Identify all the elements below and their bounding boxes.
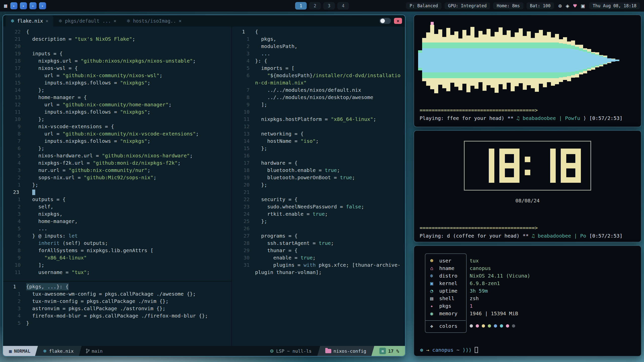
code-line[interactable]: 5 ... [3,225,231,232]
code-line[interactable]: 14 }; [3,86,231,94]
code-line[interactable]: 3 ... [232,50,405,57]
code-line[interactable]: 6 } @ inputs: let [3,232,231,240]
code-line[interactable]: 22 security = { [232,196,405,203]
code-line[interactable]: 27 programs = { [232,232,405,240]
code-line[interactable]: 1 outputs = { [3,196,231,203]
neovim-window[interactable]: ❄flake.nix×❄pkgs/default ...×❄hosts/isoI… [3,15,406,356]
app-icon[interactable]: ✦ [20,2,27,9]
launcher-icon[interactable]: ▦ [4,3,7,9]
code-line[interactable]: 21 description = "tux's NixOS Flake"; [3,35,231,43]
code-line[interactable]: 2 self, [3,203,231,210]
tab-hosts-isoimag-[interactable]: ❄hosts/isoImag..× [122,15,187,27]
code-line[interactable]: 11 nixpkgs.hostPlatform = "x86_64-linux"… [232,116,405,123]
code-line[interactable]: 24 rtkit.enable = true; [232,210,405,218]
fetch-terminal-window[interactable]: ☻usertux⌂hnamecanopus❄distroNixOS 24.11 … [414,245,641,356]
code-line[interactable]: 8 url = "github:nix-community/nix-vscode… [3,130,231,138]
code-line[interactable]: 20 }; [232,181,405,189]
code-line[interactable]: 20 [3,43,231,50]
code-line[interactable]: 4 home-manager, [3,218,231,225]
window-close-button[interactable]: × [394,18,402,24]
code-line[interactable]: 9 nix-vscode-extensions = { [3,123,231,130]
heart-icon[interactable]: ♥ [572,3,578,9]
code-line[interactable]: plugin thunar-volman]; [232,269,405,276]
code-line[interactable]: 19 inputs = { [3,50,231,57]
code-line[interactable]: 17 hardware = { [232,159,405,167]
code-line[interactable]: 21 [232,189,405,196]
code-line[interactable]: 30 enable = true; [232,254,405,261]
tag-button-2[interactable]: 2 [309,2,321,10]
code-line[interactable]: 6 "${modulesPath}/installer/cd-dvd/insta… [232,72,405,79]
tab-pkgs-default-[interactable]: ❄pkgs/default ...× [53,15,121,27]
pane-pkgs-default-nix[interactable]: 1{pkgs, ...}: {1 tux-awesome-wm-config =… [3,282,231,346]
code-line[interactable]: 16 url = "github:nix-community/nixos-wsl… [3,72,231,79]
code-line[interactable]: 11 inputs.nixpkgs.follows = "nixpkgs"; [3,108,231,116]
code-line[interactable]: 3 astronvim = pkgs.callPackage ./astronv… [3,305,231,312]
app-icon[interactable]: ✦ [39,2,46,9]
code-line[interactable]: 23 sudo.wheelNeedsPassword = false; [232,203,405,210]
code-line[interactable]: 1 pkgs, [232,35,405,43]
tag-button-1[interactable]: 1 [295,2,307,10]
code-line[interactable]: 16 [232,152,405,159]
code-line[interactable]: 2 sops-nix.url = "github:Mic92/sops-nix"… [3,174,231,181]
code-line[interactable]: 4}: { [232,57,405,65]
toggle-switch[interactable] [379,18,391,24]
code-line[interactable]: 25 }; [232,218,405,225]
pane-flake-nix[interactable]: 22{21 description = "tux's NixOS Flake";… [3,27,231,281]
tag-button-3[interactable]: 3 [323,2,335,10]
code-line[interactable]: 5 imports = [ [232,65,405,72]
code-line[interactable]: 17 nixos-wsl = { [3,65,231,72]
code-line[interactable]: 9 ]; [232,101,405,108]
code-line[interactable]: 10 [232,108,405,116]
tab-flake-nix[interactable]: ❄flake.nix× [6,15,53,27]
tab-close-icon[interactable]: × [113,18,116,24]
code-line[interactable]: 5} [3,320,231,327]
tag-button-4[interactable]: 4 [337,2,349,10]
code-line[interactable]: 28 ssh.startAgent = true; [232,240,405,247]
code-line[interactable]: 22{ [3,28,231,35]
app-icon[interactable]: ✦ [10,2,17,9]
code-line[interactable]: 10 }; [3,116,231,123]
code-line[interactable]: 1 }; [3,181,231,189]
tab-close-icon[interactable]: × [46,18,48,24]
code-line[interactable]: 13 home-manager = { [3,94,231,101]
shield-icon[interactable]: ◈ [565,3,570,9]
code-line[interactable]: 7 ../../modules/nixos/default.nix [232,86,405,94]
code-line[interactable]: 1 tux-awesome-wm-config = pkgs.callPacka… [3,290,231,298]
code-line[interactable]: 19 bluetooth.powerOnBoot = true; [232,174,405,181]
code-line[interactable]: 15 }; [232,145,405,152]
code-line[interactable]: 14 hostName = "iso"; [232,138,405,145]
code-line[interactable]: 1{pkgs, ...}: { [3,283,231,290]
code-line[interactable]: 12 [232,123,405,130]
code-line[interactable]: 8 forAllSystems = nixpkgs.lib.genAttrs [ [3,247,231,254]
code-line[interactable]: 18 bluetooth.enable = true; [232,167,405,174]
code-line[interactable]: 26 [232,225,405,232]
app-icon[interactable]: ✦ [29,2,36,9]
code-line[interactable]: 6 }; [3,145,231,152]
pane-iso-image-nix[interactable]: 1{1 pkgs,2 modulesPath,3 ...4}: {5 impor… [232,27,405,346]
code-line[interactable]: 23 [3,189,231,196]
code-line[interactable]: 7 inherit (self) outputs; [3,240,231,247]
code-line[interactable]: 13 networking = { [232,130,405,138]
code-line[interactable]: 1{ [232,28,405,35]
code-line[interactable]: 15 inputs.nixpkgs.follows = "nixpkgs"; [3,79,231,86]
code-line[interactable]: 4 nixpkgs-f2k.url = "github:moni-dz/nixp… [3,159,231,167]
clock-window[interactable]: 08/08/24 ===============================… [414,130,641,242]
code-line[interactable]: 18 nixpkgs.url = "github:nixos/nixpkgs/n… [3,57,231,65]
code-line[interactable]: 29 thunar = { [232,247,405,254]
code-line[interactable]: 12 url = "github:nix-community/home-mana… [3,101,231,108]
code-line[interactable]: 7 inputs.nixpkgs.follows = "nixpkgs"; [3,138,231,145]
code-line[interactable]: 3 nur.url = "github:nix-community/nur"; [3,167,231,174]
code-line[interactable]: n-cd-minimal.nix" [232,79,405,86]
tab-close-icon[interactable]: × [179,18,181,24]
code-line[interactable]: 5 nixos-hardware.url = "github:nixos/nix… [3,152,231,159]
display-icon[interactable]: ▣ [580,3,586,9]
code-line[interactable]: 8 ../../modules/nixos/desktop/awesome [232,94,405,101]
code-line[interactable]: 11 username = "tux"; [3,269,231,276]
code-line[interactable]: 9 "x86_64-linux" [3,254,231,261]
code-line[interactable]: 2 modulesPath, [232,43,405,50]
code-line[interactable]: 31 plugins = with pkgs.xfce; [thunar-arc… [232,261,405,269]
code-line[interactable]: 10 ]; [3,261,231,269]
network-icon[interactable]: ⊕ [557,3,563,9]
code-line[interactable]: 2 tux-nvim-config = pkgs.callPackage ./n… [3,298,231,305]
code-line[interactable]: 4 firefox-mod-blur = pkgs.callPackage ./… [3,312,231,320]
